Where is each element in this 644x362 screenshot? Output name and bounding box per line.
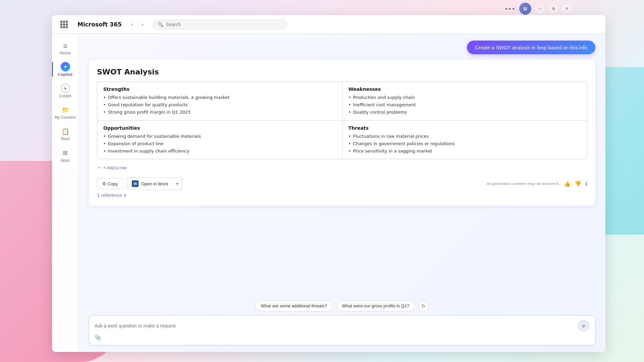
swot-cell-strengths: Strengths Offers sustainable building ma… bbox=[97, 82, 342, 120]
minimize-button[interactable]: — bbox=[535, 4, 545, 13]
content-area: Create a SWOT analysis in loop based on … bbox=[79, 34, 605, 352]
open-word-container: W Open in Word ▾ bbox=[127, 177, 182, 190]
user-avatar[interactable]: U bbox=[519, 3, 531, 15]
refresh-suggestions-button[interactable]: ↻ bbox=[418, 301, 429, 311]
sidebar-item-apps[interactable]: ⊞ Apps bbox=[52, 145, 78, 165]
chat-input[interactable] bbox=[95, 323, 574, 328]
send-button[interactable]: ➤ bbox=[578, 320, 590, 332]
copilot-panel: Create a SWOT analysis in loop based on … bbox=[79, 34, 605, 300]
sidebar: ⌂ Home ✦ Copilot + Create 📁 My Content 📋… bbox=[52, 34, 79, 352]
my-content-icon: 📁 bbox=[61, 105, 70, 114]
swot-cell-opportunities: Opportunities Growing demand for sustain… bbox=[97, 121, 342, 159]
sidebar-label-feed: Feed bbox=[61, 137, 69, 141]
reference-row[interactable]: 1 reference ▾ bbox=[97, 193, 587, 198]
app-container: Microsoft 365 ‹ › 🔍 ⌂ Home ✦ Copilot + bbox=[52, 15, 605, 352]
open-in-word-button[interactable]: W Open in Word bbox=[127, 178, 173, 190]
search-icon: 🔍 bbox=[158, 22, 163, 27]
sidebar-item-copilot[interactable]: ✦ Copilot bbox=[52, 59, 78, 79]
list-item: Fluctuations in raw material prices bbox=[348, 133, 581, 139]
reference-label: 1 reference bbox=[97, 193, 122, 198]
copy-label: Copy bbox=[108, 181, 118, 186]
word-icon: W bbox=[132, 180, 139, 187]
swot-actions-left: ⧉ Copy W Open in Word ▾ bbox=[97, 177, 182, 190]
swot-actions: ⧉ Copy W Open in Word ▾ bbox=[97, 177, 587, 190]
list-item: Offers sustainable building materials, a… bbox=[103, 95, 336, 101]
list-item: Strong gross profit margin in Q1 2023 bbox=[103, 109, 336, 115]
opportunities-header: Opportunities bbox=[103, 125, 336, 131]
forward-button[interactable]: › bbox=[138, 20, 147, 29]
list-item: Quality control problems bbox=[348, 109, 581, 115]
top-bar: Microsoft 365 ‹ › 🔍 bbox=[52, 15, 605, 34]
sidebar-item-my-content[interactable]: 📁 My Content bbox=[52, 102, 78, 122]
copilot-icon: ✦ bbox=[61, 62, 70, 71]
threats-list: Fluctuations in raw material prices Chan… bbox=[348, 133, 581, 155]
swot-actions-right: AI-generated content may be incorrect. 👍… bbox=[487, 181, 587, 187]
swot-card: SWOT Analysis Strengths Offers sustainab… bbox=[89, 60, 595, 206]
chat-tools-row: 📎 bbox=[95, 335, 590, 341]
list-item: Changes in government policies or regula… bbox=[348, 141, 581, 147]
weaknesses-list: Production and supply chain Inefficient … bbox=[348, 95, 581, 116]
add-row-label: + Add a row bbox=[103, 165, 126, 170]
weaknesses-header: Weaknesses bbox=[348, 86, 581, 92]
search-input[interactable] bbox=[166, 22, 282, 27]
swot-title: SWOT Analysis bbox=[97, 68, 587, 76]
attach-button[interactable]: 📎 bbox=[95, 335, 101, 341]
ai-disclaimer: AI-generated content may be incorrect. bbox=[487, 182, 560, 186]
sidebar-label-create: Create bbox=[59, 94, 71, 98]
sidebar-item-home[interactable]: ⌂ Home bbox=[52, 38, 78, 58]
chat-input-row: ➤ bbox=[95, 320, 590, 332]
list-item: Production and supply chain bbox=[348, 95, 581, 101]
list-item: Good reputation for quality products bbox=[103, 102, 336, 108]
swot-row-bottom: Opportunities Growing demand for sustain… bbox=[97, 121, 587, 159]
more-options-icon[interactable]: ••• bbox=[504, 5, 515, 12]
list-item: Investment in supply chain efficiency bbox=[103, 148, 336, 154]
swot-cell-threats: Threats Fluctuations in raw material pri… bbox=[342, 121, 587, 159]
thumbs-up-button[interactable]: 👍 bbox=[564, 181, 571, 187]
sidebar-label-home: Home bbox=[60, 51, 70, 55]
sidebar-item-create[interactable]: + Create bbox=[52, 81, 78, 101]
copy-icon: ⧉ bbox=[103, 181, 106, 186]
sidebar-label-apps: Apps bbox=[61, 158, 70, 163]
main-layout: ⌂ Home ✦ Copilot + Create 📁 My Content 📋… bbox=[52, 34, 605, 352]
open-word-dropdown-button[interactable]: ▾ bbox=[173, 179, 182, 189]
reference-chevron-icon: ▾ bbox=[124, 193, 126, 198]
strengths-list: Offers sustainable building materials, a… bbox=[103, 95, 336, 116]
opportunities-list: Growing demand for sustainable materials… bbox=[103, 133, 336, 155]
back-button[interactable]: ‹ bbox=[127, 20, 137, 29]
chat-input-container: ➤ 📎 bbox=[89, 315, 595, 345]
list-item: Growing demand for sustainable materials bbox=[103, 133, 336, 139]
app-title: Microsoft 365 bbox=[77, 21, 122, 28]
create-swot-button[interactable]: Create a SWOT analysis in loop based on … bbox=[467, 41, 595, 54]
search-bar[interactable]: 🔍 bbox=[153, 19, 287, 29]
sidebar-item-feed[interactable]: 📋 Feed bbox=[52, 124, 78, 144]
swot-cell-weaknesses: Weaknesses Production and supply chain I… bbox=[342, 82, 587, 120]
suggestion-chip-2[interactable]: What were our gross profits in Q1? bbox=[336, 300, 415, 311]
create-icon: + bbox=[61, 83, 70, 93]
list-item: Price sensitivity in a sagging market bbox=[348, 148, 581, 154]
grid-menu-icon[interactable] bbox=[59, 19, 69, 30]
threats-header: Threats bbox=[348, 125, 581, 131]
window-chrome: ••• U — ⚙ ✕ bbox=[499, 0, 577, 17]
settings-button[interactable]: ⚙ bbox=[549, 4, 558, 13]
feed-icon: 📋 bbox=[61, 126, 70, 136]
add-row-icon: ＋ bbox=[97, 165, 101, 171]
strengths-header: Strengths bbox=[103, 86, 336, 92]
swot-row-top: Strengths Offers sustainable building ma… bbox=[97, 82, 587, 121]
suggestion-chip-1[interactable]: What are some additional threats? bbox=[255, 300, 333, 311]
swot-table: Strengths Offers sustainable building ma… bbox=[97, 81, 587, 159]
close-button[interactable]: ✕ bbox=[562, 4, 572, 13]
copy-button[interactable]: ⧉ Copy bbox=[97, 178, 123, 189]
add-row-button[interactable]: ＋ + Add a row bbox=[97, 163, 126, 172]
thumbs-down-button[interactable]: 👎 bbox=[575, 181, 581, 187]
info-button[interactable]: ℹ bbox=[585, 181, 587, 187]
open-word-label: Open in Word bbox=[141, 181, 168, 186]
sidebar-label-my-content: My Content bbox=[55, 115, 76, 120]
sidebar-label-copilot: Copilot bbox=[58, 72, 73, 77]
list-item: Inefficient cost management bbox=[348, 102, 581, 108]
home-icon: ⌂ bbox=[61, 41, 70, 50]
suggestions-row: What are some additional threats? What w… bbox=[89, 300, 595, 311]
bottom-area: What are some additional threats? What w… bbox=[79, 300, 605, 352]
list-item: Expansion of product line bbox=[103, 141, 336, 147]
nav-arrows: ‹ › bbox=[127, 20, 147, 29]
apps-icon: ⊞ bbox=[61, 148, 70, 157]
